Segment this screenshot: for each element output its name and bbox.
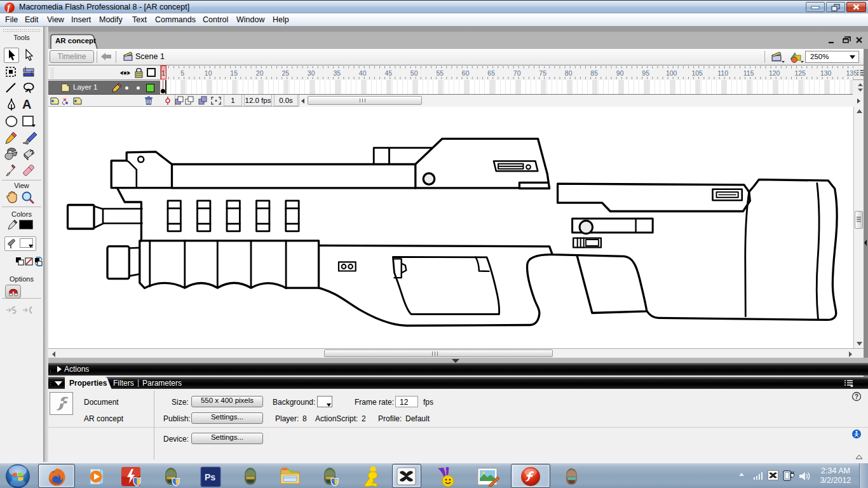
svg-text:Ps: Ps: [205, 472, 215, 482]
svg-text:?: ?: [855, 393, 858, 400]
